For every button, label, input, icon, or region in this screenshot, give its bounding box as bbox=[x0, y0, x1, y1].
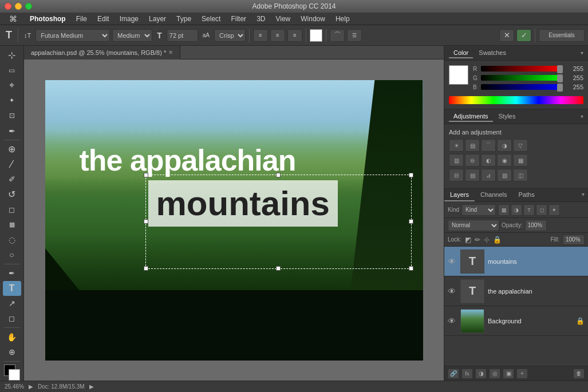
lock-all-btn[interactable]: 🔒 bbox=[493, 236, 502, 244]
gradient-map-adj[interactable]: ▧ bbox=[497, 169, 512, 181]
warp-text-button[interactable]: ⌒ bbox=[330, 29, 345, 42]
layer-vis-appalachian[interactable]: 👁 bbox=[448, 287, 457, 296]
path-select-tool[interactable]: ↗ bbox=[3, 296, 21, 311]
fg-bg-colors[interactable] bbox=[3, 365, 21, 377]
background-color[interactable] bbox=[9, 369, 20, 381]
crop-tool[interactable]: ⊡ bbox=[3, 109, 21, 123]
spot-heal-tool[interactable]: ⊕ bbox=[3, 142, 21, 156]
lock-transparent-btn[interactable]: ◩ bbox=[465, 236, 471, 244]
layer-row-mountains[interactable]: 👁 T mountains bbox=[444, 247, 588, 276]
canvas-viewport[interactable]: the appalachian mountains bbox=[24, 60, 444, 381]
lock-move-btn[interactable]: ⊹ bbox=[484, 236, 490, 244]
menu-filter[interactable]: Filter bbox=[226, 14, 251, 24]
shape-filter-btn[interactable]: ◻ bbox=[536, 204, 547, 216]
exposure-adj[interactable]: ◑ bbox=[497, 139, 512, 152]
zoom-tool[interactable]: ⊕ bbox=[3, 345, 21, 359]
move-tool[interactable]: ⊹ bbox=[3, 48, 21, 62]
layer-name-appalachian[interactable]: the appalachian bbox=[488, 288, 585, 295]
kind-select[interactable]: Kind bbox=[461, 204, 496, 216]
lock-paint-btn[interactable]: ✏ bbox=[475, 236, 480, 244]
hue-adj[interactable]: ▥ bbox=[449, 154, 464, 167]
commit-type-button[interactable]: ✓ bbox=[516, 29, 531, 42]
eyedropper-tool[interactable]: ✒ bbox=[3, 124, 21, 138]
menu-view[interactable]: View bbox=[271, 14, 295, 24]
tab-swatches[interactable]: Swatches bbox=[474, 48, 511, 58]
tab-color[interactable]: Color bbox=[449, 48, 473, 58]
smart-filter-btn[interactable]: ✦ bbox=[548, 204, 560, 216]
tab-paths[interactable]: Paths bbox=[513, 189, 540, 201]
dodge-tool[interactable]: ○ bbox=[3, 248, 21, 262]
window-controls[interactable] bbox=[5, 3, 32, 10]
menu-help[interactable]: Help bbox=[331, 14, 354, 24]
menu-file[interactable]: File bbox=[72, 14, 92, 24]
layers-panel-collapse[interactable]: ▾ bbox=[578, 189, 588, 201]
photo-filter-adj[interactable]: ◉ bbox=[497, 154, 512, 167]
align-center-button[interactable]: ≡ bbox=[270, 29, 285, 42]
layer-vis-background[interactable]: 👁 bbox=[448, 316, 457, 326]
shape-tool[interactable]: ◻ bbox=[3, 311, 21, 326]
posterize-adj[interactable]: ▤ bbox=[465, 169, 480, 181]
tab-adjustments[interactable]: Adjustments bbox=[449, 112, 493, 122]
hand-tool[interactable]: ✋ bbox=[3, 330, 21, 344]
blur-tool[interactable]: ◌ bbox=[3, 232, 21, 247]
layer-row-background[interactable]: 👁 Background 🔒 bbox=[444, 306, 588, 336]
layer-mask-btn[interactable]: ◑ bbox=[475, 369, 487, 379]
threshold-adj[interactable]: ⊿ bbox=[481, 169, 496, 181]
layer-fx-btn[interactable]: fx bbox=[461, 369, 473, 379]
layer-vis-mountains[interactable]: 👁 bbox=[448, 257, 457, 266]
text-mountains[interactable]: mountains bbox=[156, 184, 330, 223]
sel-color-adj[interactable]: ◫ bbox=[513, 169, 528, 181]
channel-mix-adj[interactable]: ▦ bbox=[513, 154, 528, 167]
quick-select-tool[interactable]: ✦ bbox=[3, 93, 21, 108]
pixel-filter-btn[interactable]: ▩ bbox=[498, 204, 510, 216]
minimize-button[interactable] bbox=[15, 3, 22, 10]
align-left-button[interactable]: ≡ bbox=[253, 29, 268, 42]
text-color-swatch[interactable] bbox=[310, 29, 322, 42]
lasso-tool[interactable]: ⌖ bbox=[3, 78, 21, 93]
font-style-select[interactable]: Medium bbox=[112, 29, 152, 42]
type-tool[interactable]: T bbox=[3, 281, 21, 295]
new-layer-btn[interactable]: + bbox=[516, 369, 528, 379]
levels-adj[interactable]: ▤ bbox=[465, 139, 480, 152]
layer-link-btn[interactable]: 🔗 bbox=[448, 369, 459, 379]
tab-styles[interactable]: Styles bbox=[494, 112, 520, 122]
layer-adj-btn[interactable]: ◎ bbox=[489, 369, 500, 379]
menu-3d[interactable]: 3D bbox=[252, 14, 270, 24]
layer-row-appalachian[interactable]: 👁 T the appalachian bbox=[444, 276, 588, 306]
menu-image[interactable]: Image bbox=[115, 14, 143, 24]
align-right-button[interactable]: ≡ bbox=[287, 29, 302, 42]
menu-window[interactable]: Window bbox=[296, 14, 330, 24]
adj-filter-btn[interactable]: ◑ bbox=[511, 204, 522, 216]
opacity-input[interactable]: 100% bbox=[525, 220, 547, 231]
text-appalachian[interactable]: the appalachian bbox=[80, 143, 296, 177]
g-value[interactable]: 255 bbox=[565, 74, 583, 81]
font-family-select[interactable]: Futura Medium bbox=[35, 29, 110, 42]
essentials-button[interactable]: Essentials bbox=[539, 29, 585, 42]
text-mountains-container[interactable]: mountains bbox=[148, 180, 338, 227]
layer-name-mountains[interactable]: mountains bbox=[488, 258, 585, 265]
brightness-adj[interactable]: ☀ bbox=[449, 139, 464, 152]
maximize-button[interactable] bbox=[25, 3, 32, 10]
menu-edit[interactable]: Edit bbox=[93, 14, 114, 24]
brush-tool[interactable]: ∕ bbox=[3, 157, 21, 171]
font-size-input[interactable]: 72 pt bbox=[167, 29, 198, 42]
color-preview[interactable] bbox=[449, 65, 468, 85]
bw-adj[interactable]: ◐ bbox=[481, 154, 496, 167]
vibrance-adj[interactable]: ▽ bbox=[513, 139, 528, 152]
close-tab-button[interactable]: ✕ bbox=[168, 49, 173, 56]
menu-photoshop[interactable]: Photoshop bbox=[25, 14, 70, 24]
document-tab[interactable]: appalachian.psd @ 25.5% (mountains, RGB/… bbox=[24, 46, 180, 60]
invert-adj[interactable]: ⊟ bbox=[449, 169, 464, 181]
delete-layer-btn[interactable]: 🗑 bbox=[573, 369, 585, 379]
fill-input[interactable]: 100% bbox=[563, 235, 585, 245]
pen-tool[interactable]: ✒ bbox=[3, 266, 21, 280]
character-panel-button[interactable]: ☰ bbox=[347, 29, 362, 42]
adj-panel-collapse[interactable]: ▾ bbox=[581, 113, 583, 120]
apple-menu[interactable]: ⌘ bbox=[5, 13, 22, 25]
menu-layer[interactable]: Layer bbox=[144, 14, 171, 24]
curves-adj[interactable]: ⌒ bbox=[481, 139, 496, 152]
history-brush-tool[interactable]: ↺ bbox=[3, 187, 21, 201]
type-filter-btn[interactable]: T bbox=[523, 204, 535, 216]
eraser-tool[interactable]: ◻ bbox=[3, 203, 21, 217]
menu-select[interactable]: Select bbox=[197, 14, 225, 24]
